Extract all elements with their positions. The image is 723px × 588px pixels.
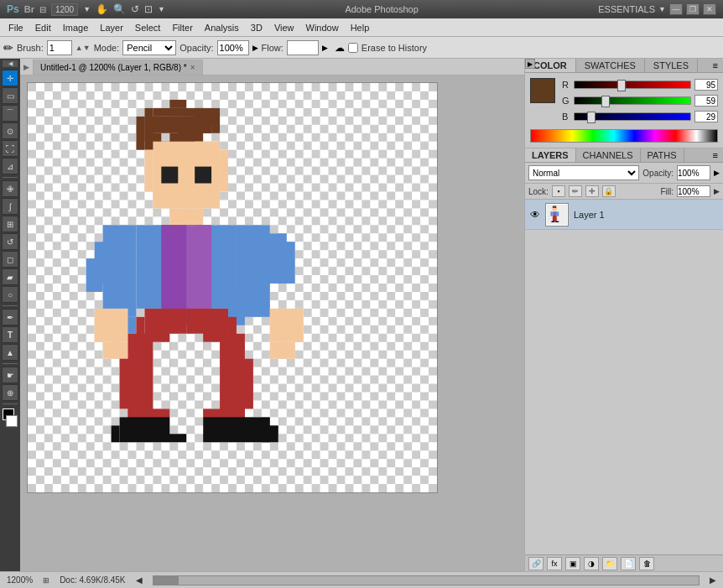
zoom-dropdown[interactable]: ▼ [83, 5, 91, 13]
eraser-tool[interactable]: ◻ [2, 251, 18, 268]
gradient-tool[interactable]: ▰ [2, 268, 18, 285]
brush-size-arrows[interactable]: ▲▼ [75, 44, 91, 52]
menu-file[interactable]: File [3, 21, 29, 34]
menu-layer[interactable]: Layer [95, 21, 128, 34]
status-arrow-right[interactable]: ▶ [710, 575, 716, 585]
marquee-tool[interactable]: ▭ [2, 87, 18, 104]
main-area: ◀ ✛ ▭ ⌒ ⊙ ⛶ ⊿ ✙ ∫ ⊞ ↺ ◻ ▰ ○ ✒ T ▲ ☛ ⊕ ▶ [0, 59, 723, 571]
crop-tool[interactable]: ⛶ [2, 140, 18, 157]
tab-layers[interactable]: LAYERS [525, 148, 576, 162]
brush-tool[interactable]: ∫ [2, 198, 18, 215]
b-slider-container [574, 112, 691, 121]
menu-help[interactable]: Help [346, 21, 375, 34]
spectrum-bar[interactable] [530, 129, 718, 143]
dodge-tool[interactable]: ○ [2, 286, 18, 303]
status-arrow-left[interactable]: ◀ [136, 575, 143, 585]
airbrush-icon[interactable]: ☁ [335, 42, 345, 54]
current-color-swatch[interactable] [530, 78, 555, 103]
toolbar-collapse-left[interactable]: ▶ [23, 63, 29, 71]
quick-select-tool[interactable]: ⊙ [2, 122, 18, 139]
lock-transparent-btn[interactable]: ▪ [552, 185, 565, 197]
close-button[interactable]: ✕ [703, 3, 716, 15]
status-scroll-track[interactable] [153, 575, 700, 585]
hand-tool[interactable]: ☛ [2, 367, 18, 383]
canvas-wrapper[interactable] [20, 75, 524, 571]
status-scroll-thumb[interactable] [153, 576, 179, 585]
flow-arrow[interactable]: ▶ [322, 44, 328, 52]
type-tool[interactable]: T [2, 326, 18, 343]
opacity-input[interactable] [217, 40, 249, 55]
color-switcher[interactable] [1, 408, 19, 427]
svg-rect-20 [220, 150, 228, 192]
canvas-tab[interactable]: Untitled-1 @ 1200% (Layer 1, RGB/8) * × [33, 60, 203, 75]
g-value-input[interactable] [694, 95, 718, 107]
menu-image[interactable]: Image [58, 21, 94, 34]
menu-analysis[interactable]: Analysis [200, 21, 244, 34]
color-panel-menu-btn[interactable]: ≡ [708, 59, 723, 72]
zoom-tool-icon[interactable]: 🔍 [113, 3, 126, 15]
heal-tool[interactable]: ✙ [2, 180, 18, 197]
layer-fx-btn[interactable]: fx [547, 557, 562, 570]
layer-group-btn[interactable]: 📁 [602, 557, 617, 570]
hand-tool-icon[interactable]: ✋ [96, 3, 108, 15]
fill-arrow-icon[interactable]: ▶ [714, 187, 720, 195]
tab-channels[interactable]: CHANNELS [576, 148, 641, 162]
view-icon[interactable]: ⊡ [144, 3, 153, 15]
rotate-icon[interactable]: ↺ [131, 3, 139, 15]
stamp-tool[interactable]: ⊞ [2, 216, 18, 232]
brush-size-input[interactable] [47, 40, 72, 55]
opacity-arrow[interactable]: ▶ [252, 44, 258, 52]
pixel-art-canvas[interactable] [27, 82, 438, 493]
layer-mask-btn[interactable]: ▣ [565, 557, 580, 570]
menu-filter[interactable]: Filter [167, 21, 197, 34]
mode-select[interactable]: Pencil Normal Dissolve [122, 40, 176, 55]
layer-row[interactable]: 👁 [525, 200, 723, 230]
tab-swatches[interactable]: SWATCHES [576, 59, 645, 72]
tab-close-btn[interactable]: × [190, 63, 195, 72]
zoom-status-icon[interactable]: ⊞ [43, 576, 49, 585]
lock-position-btn[interactable]: ✛ [585, 185, 599, 197]
history-brush-tool[interactable]: ↺ [2, 233, 18, 250]
tool-preset-picker[interactable]: ✏ [3, 41, 13, 55]
lock-image-btn[interactable]: ✏ [569, 185, 582, 197]
toolbar-collapse-icon[interactable]: ◀ [3, 60, 18, 67]
b-slider-thumb[interactable] [587, 112, 596, 123]
color-panel-content: R G [525, 73, 723, 148]
layers-panel-menu-btn[interactable]: ≡ [708, 148, 723, 162]
shape-tool[interactable]: ▲ [2, 344, 18, 361]
tab-styles[interactable]: STYLES [645, 59, 698, 72]
layer-link-btn[interactable]: 🔗 [528, 557, 544, 570]
layer-visibility-toggle[interactable]: 👁 [528, 208, 542, 221]
menu-3d[interactable]: 3D [246, 21, 268, 34]
eyedropper-tool[interactable]: ⊿ [2, 158, 18, 174]
menu-select[interactable]: Select [130, 21, 166, 34]
tab-paths[interactable]: PATHS [641, 148, 684, 162]
blend-mode-select[interactable]: Normal Dissolve Multiply [528, 165, 639, 180]
lasso-tool[interactable]: ⌒ [2, 105, 18, 122]
panels-collapse-btn[interactable]: ▶ [525, 59, 535, 69]
flow-input[interactable] [287, 40, 319, 55]
pen-tool[interactable]: ✒ [2, 309, 18, 325]
menu-window[interactable]: Window [301, 21, 344, 34]
minimize-button[interactable]: — [669, 3, 683, 15]
layer-new-btn[interactable]: 📄 [621, 557, 636, 570]
workspace-dropdown-icon[interactable]: ▼ [658, 5, 666, 13]
restore-button[interactable]: ❐ [686, 3, 700, 15]
r-value-input[interactable] [694, 79, 718, 91]
erase-history-checkbox[interactable] [348, 43, 358, 53]
menu-view[interactable]: View [269, 21, 299, 34]
menu-edit[interactable]: Edit [30, 21, 56, 34]
opacity-arrow-icon[interactable]: ▶ [714, 169, 720, 177]
view-dropdown-icon[interactable]: ▼ [158, 5, 165, 13]
g-slider-thumb[interactable] [601, 96, 610, 107]
lock-all-btn[interactable]: 🔒 [602, 185, 616, 197]
b-value-input[interactable] [694, 111, 718, 122]
layer-delete-btn[interactable]: 🗑 [639, 557, 654, 570]
zoom-level[interactable]: 1200 [51, 3, 78, 16]
fill-input[interactable] [677, 185, 710, 197]
zoom-tool[interactable]: ⊕ [2, 384, 18, 401]
opacity-input[interactable] [677, 165, 710, 180]
r-slider-thumb[interactable] [617, 80, 626, 91]
layer-adjustment-btn[interactable]: ◑ [584, 557, 599, 570]
move-tool[interactable]: ✛ [2, 70, 18, 86]
